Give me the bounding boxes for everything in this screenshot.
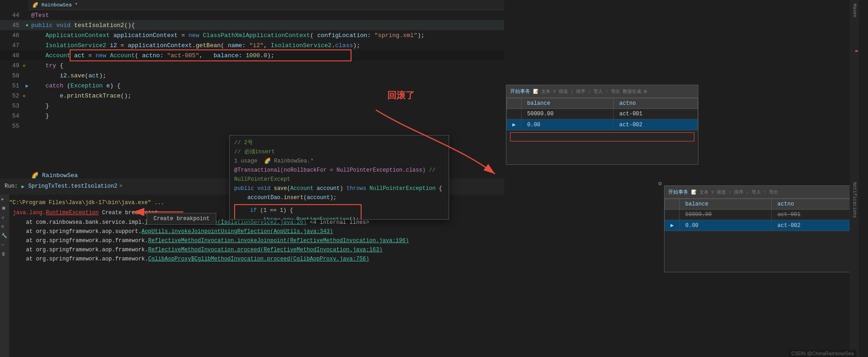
line-num-46: 46 bbox=[0, 32, 23, 39]
popup-usage: 1 usage 🌈 RainbowSea.* bbox=[234, 157, 444, 166]
line-num-52: 52 bbox=[0, 92, 23, 99]
maven-label: Maven bbox=[852, 4, 857, 17]
run-icon: ▶ bbox=[22, 184, 25, 189]
db-row-bottom-2[interactable]: ▶ 0.00 act-002 bbox=[665, 220, 856, 231]
db-top-filter-btn[interactable]: ▽ 筛选 bbox=[553, 88, 568, 95]
stack-link-3[interactable]: ReflectiveMethodInvocation.invokeJoinpoi… bbox=[148, 238, 409, 244]
console-icon-2[interactable]: ⏹ bbox=[1, 206, 8, 212]
stack-line-3: at org.springframework.aop.framework.Ref… bbox=[9, 237, 504, 245]
popup-code-window: // 2号 // 必须insert 1 usage 🌈 RainbowSea.*… bbox=[229, 135, 449, 220]
db-toolbar-top: 开始事务 📝 文本 ▽ 筛选 ↕ 排序 ↓ 导入 ↑ 导出 数据生成 ⊞ bbox=[506, 85, 698, 98]
db-row-bottom-1[interactable]: 50000.00 act-001 bbox=[665, 210, 856, 220]
breadcrumb: 🌈 RainbowSea * bbox=[28, 0, 504, 10]
line-num-47: 47 bbox=[0, 42, 23, 49]
db-cell-actno-2-bottom: act-002 bbox=[772, 220, 856, 231]
stack-line-2: at org.springframework.aop.support.AopUt… bbox=[9, 227, 504, 236]
stack-line-5: at org.springframework.aop.framework.Cgl… bbox=[9, 255, 504, 263]
console-exception-link[interactable]: RuntimeException bbox=[46, 210, 99, 216]
code-line-47: IsolationService2 i2 = applicationContex… bbox=[31, 42, 360, 49]
db-panel-top: 开始事务 📝 文本 ▽ 筛选 ↕ 排序 ↓ 导入 ↑ 导出 数据生成 ⊞ bal… bbox=[506, 85, 698, 165]
db-top-grid-btn[interactable]: ⊞ bbox=[644, 89, 647, 94]
db-toolbar-bottom: 开始事务 📝 文本 ▽ 筛选 ↕ 排序 ↓ 导入 ↑ 导出 bbox=[665, 186, 856, 199]
db-col-actno-bottom: actno bbox=[772, 199, 856, 210]
db-top-export-btn[interactable]: ↑ 导出 bbox=[605, 88, 620, 95]
popup-annotation: @Transactional(noRollbackFor = NullPoint… bbox=[234, 166, 444, 184]
console-error-line: java.lang. bbox=[13, 210, 46, 216]
watermark: CSDN @ChinaRainbowSea bbox=[788, 350, 857, 357]
line-num-55: 55 bbox=[0, 123, 23, 130]
notifications-label: Notifications bbox=[852, 182, 857, 218]
code-line-53: } bbox=[31, 103, 49, 109]
db-bottom-sort-btn[interactable]: ↕ 排序 bbox=[729, 189, 743, 195]
db-bottom-text-btn[interactable]: 📝 文本 bbox=[691, 189, 709, 195]
db-top-start: 开始事务 bbox=[510, 88, 530, 95]
db-cell-actno-1-top: act-001 bbox=[614, 109, 698, 119]
rollback-annotation: 回滚了 bbox=[387, 89, 415, 102]
code-line-45: public void testIsolation2(){ bbox=[31, 22, 135, 29]
stack-link-4[interactable]: ReflectiveMethodInvocation.proceed(Refle… bbox=[148, 247, 382, 253]
db-cell-actno-1-bottom: act-001 bbox=[772, 210, 856, 220]
db-cell-balance-2-bottom: 0.00 bbox=[680, 220, 772, 231]
line-num-54: 54 bbox=[0, 113, 23, 119]
code-line-48: Account act = new Account( actno: "act-0… bbox=[31, 52, 275, 59]
popup-comment1: // 2号 bbox=[234, 138, 444, 147]
console-icon-6[interactable]: ✂ bbox=[1, 242, 8, 249]
db-row-top-1[interactable]: 50000.00 act-001 bbox=[507, 109, 698, 119]
db-cell-actno-2-top: act-002 bbox=[614, 119, 698, 130]
db-col-actno-top: actno bbox=[614, 98, 698, 109]
db-table-bottom: balance actno 50000.00 act-001 ▶ 0.00 ac… bbox=[665, 199, 856, 231]
context-menu: Create breakpoint bbox=[147, 213, 216, 225]
db-top-gen-btn[interactable]: 数据生成 bbox=[623, 88, 641, 95]
code-line-50: i2.save(act); bbox=[31, 72, 106, 79]
console-icon-7[interactable]: 🗑 bbox=[1, 251, 8, 258]
db-input-row[interactable] bbox=[510, 132, 694, 141]
db-table-top: balance actno 50000.00 act-001 ▶ 0.00 ac… bbox=[506, 98, 698, 130]
code-line-51: catch (Exception e) { bbox=[31, 82, 121, 89]
stack-link-2[interactable]: AopUtils.invokeJoinpointUsingReflection(… bbox=[142, 228, 333, 235]
create-breakpoint-item[interactable]: Create breakpoint bbox=[147, 214, 216, 223]
line-num-51: 51 bbox=[0, 82, 23, 89]
db-bottom-import-btn[interactable]: ↓ 导入 bbox=[746, 189, 761, 195]
console-icon-4[interactable]: ⚙ bbox=[1, 224, 8, 230]
line-num-44: 44 bbox=[0, 12, 23, 19]
popup-signature: public void save(Account account) throws… bbox=[234, 184, 444, 193]
test-tab[interactable]: SpringTxTest.testIsolation2 × bbox=[28, 183, 122, 189]
db-top-import-btn[interactable]: ↓ 导入 bbox=[588, 88, 603, 95]
line-num-48: 48 bbox=[0, 52, 23, 59]
line-num-50: 50 bbox=[0, 72, 23, 79]
console-icon-3[interactable]: ↺ bbox=[1, 215, 8, 221]
notifications-panel[interactable]: Notifications bbox=[850, 178, 859, 357]
code-line-49: try { bbox=[31, 62, 63, 69]
line-num-45: 45 bbox=[0, 22, 23, 29]
db-bottom-export-btn[interactable]: ↑ 导出 bbox=[764, 189, 778, 195]
db-cell-balance-1-top: 50000.00 bbox=[522, 109, 614, 119]
console-icon-5[interactable]: 🔧 bbox=[1, 233, 8, 239]
db-top-text-btn[interactable]: 📝 文本 bbox=[533, 88, 550, 95]
popup-throw-line: throw new RuntimeException(); bbox=[237, 215, 359, 220]
code-line-46: ApplicationContext applicationContext = … bbox=[31, 32, 424, 39]
stack-link-5[interactable]: CglibAopProxy$CglibMethodInvocation.proc… bbox=[148, 256, 369, 262]
db-bottom-start: 开始事务 bbox=[668, 189, 688, 195]
scroll-mark bbox=[855, 50, 858, 52]
breadcrumb-text: 🌈 RainbowSea * bbox=[32, 2, 78, 8]
db-panel-bottom: 开始事务 📝 文本 ▽ 筛选 ↕ 排序 ↓ 导入 ↑ 导出 balance ac… bbox=[664, 185, 857, 272]
db-top-sort-btn[interactable]: ↕ 排序 bbox=[571, 88, 585, 95]
db-row-top-2[interactable]: ▶ 0.00 act-002 bbox=[507, 119, 698, 130]
console-icon-1[interactable]: ▶ bbox=[1, 196, 8, 203]
console-cmd-line: "C:\Program Files\Java\jdk-17\bin\java.e… bbox=[9, 200, 164, 206]
test-tab-close[interactable]: × bbox=[119, 183, 122, 189]
db-col-balance-bottom: balance bbox=[680, 199, 772, 210]
popup-if-code: if (1 == 1) { throw new RuntimeException… bbox=[234, 203, 444, 220]
maven-panel[interactable]: Maven bbox=[850, 0, 859, 178]
stack-line-4: at org.springframework.aop.framework.Ref… bbox=[9, 246, 504, 254]
db-bottom-filter-btn[interactable]: ▽ 筛选 bbox=[711, 189, 726, 195]
code-line-44: @Test bbox=[31, 12, 49, 19]
code-line-52: e.printStackTrace(); bbox=[31, 92, 131, 99]
db-cell-balance-2-top: 0.00 bbox=[522, 119, 614, 130]
popup-line1: accountDao.insert(account); bbox=[234, 193, 444, 202]
popup-comment2: // 必须insert bbox=[234, 147, 444, 157]
code-line-54: } bbox=[31, 113, 49, 119]
settings-icon[interactable]: ⚙ bbox=[658, 180, 662, 187]
line-num-53: 53 bbox=[0, 103, 23, 109]
code-line-rb: 🌈 RainbowSea bbox=[31, 172, 78, 179]
